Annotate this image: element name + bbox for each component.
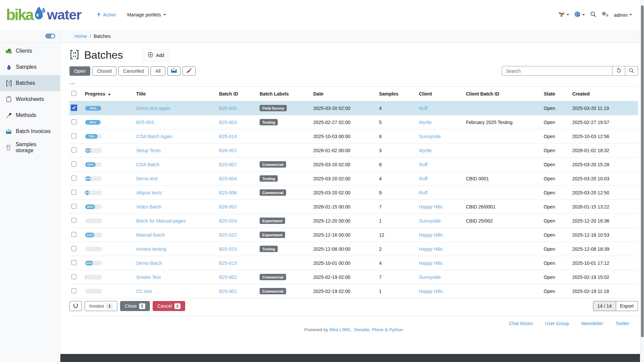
column-header-samples[interactable]: Samples [377,87,417,101]
print-invoices-button[interactable] [167,66,180,76]
client-link[interactable]: Ruff [419,190,427,195]
batch-id-link[interactable]: B25-001 [219,289,237,294]
row-checkbox[interactable] [71,105,76,110]
row-checkbox[interactable] [71,133,76,138]
filter-tab-closed[interactable]: Closed [92,66,116,76]
search-submit-button[interactable] [625,66,638,76]
batch-title-link[interactable]: Manual Batch [136,232,165,238]
bika-lims-link[interactable]: Bika LIMS [329,327,350,332]
close-button[interactable]: Close 1 [120,301,150,311]
row-checkbox[interactable] [71,190,76,195]
filter-tab-cancelled[interactable]: Cancelled [118,66,149,76]
row-checkbox[interactable] [71,246,76,251]
client-link[interactable]: Happy Hills [419,260,443,266]
client-link[interactable]: Sunnyside [419,275,441,280]
table-row[interactable]: Smoke Test B25-002 Commercial 2025-02-19… [69,270,638,284]
batch-title-link[interactable]: Demo test [136,176,158,181]
client-link[interactable]: Happy Hills [419,204,443,209]
client-link[interactable]: Myrtle [419,148,432,153]
client-link[interactable]: Ruff [419,106,427,111]
table-row[interactable]: 90% B25-003 B25-003 Testing 2025-02-27 0… [69,115,638,129]
table-row[interactable]: Batch for Manual pages B25-024 Experimen… [69,214,638,228]
table-row[interactable]: 45% Demo Batch B25-013 2025-10-01 00:00 … [69,256,638,270]
batch-title-link[interactable]: Invoice testing [136,246,166,252]
client-link[interactable]: Happy Hills [419,289,443,294]
column-header-created[interactable]: Created [570,87,638,101]
batch-title-link[interactable]: B25-003 [136,120,154,125]
breadcrumb-home-link[interactable]: Home [74,34,87,39]
table-row[interactable]: CC test B25-001 Commercial 2025-02-19 02… [69,284,638,298]
batch-id-link[interactable]: B25-022 [219,232,237,238]
batch-title-link[interactable]: Video Batch [136,204,161,209]
batch-id-link[interactable]: B25-013 [219,260,237,266]
row-checkbox[interactable] [71,260,76,265]
search-input[interactable] [502,66,612,76]
row-checkbox[interactable] [71,288,76,293]
sidebar-item-samples[interactable]: Samples [0,59,60,75]
batch-title-link[interactable]: Smoke Test [136,275,161,280]
sidebar-item-clients[interactable]: Clients [0,43,60,59]
filter-tab-open[interactable]: Open [69,66,90,76]
batch-id-link[interactable]: B25-004 [219,176,237,181]
row-checkbox[interactable] [71,274,76,279]
sidebar-item-methods[interactable]: Methods [0,107,60,123]
user-menu[interactable]: admin [614,12,632,18]
table-row[interactable]: 22% Aliquot tests B25-006 Commercial 202… [69,186,638,200]
batch-title-link[interactable]: COA Batch [136,162,159,167]
table-row[interactable]: 96% Demo test again B25-005 Field Survey… [69,101,638,115]
table-row[interactable]: 73% COA Batch Again B25-014 2025-10-03 0… [69,129,638,143]
row-checkbox[interactable] [71,147,76,153]
senaite-plone-python-link[interactable]: Senaite, Plone & Python [354,327,403,332]
client-link[interactable]: Happy Hills [419,246,443,252]
batch-title-link[interactable]: Setup Tests [136,148,161,153]
edit-labels-button[interactable] [182,66,196,76]
batch-id-link[interactable]: B25-006 [219,190,237,195]
client-link[interactable]: Ruff [419,162,427,167]
batch-id-link[interactable]: B25-014 [219,134,237,139]
sidebar-item-worksheets[interactable]: Worksheets [0,91,60,107]
app-logo[interactable]: bika water [6,6,81,24]
table-row[interactable]: Invoice testing B25-015 Testing 2025-12-… [69,242,638,256]
manage-portlets-menu[interactable]: Manage portlets [127,12,166,17]
client-link[interactable]: Sunnyside [419,218,441,224]
batch-title-link[interactable]: COA Batch Again [136,134,172,139]
table-row[interactable]: 62% COA Batch B25-007 Commercial 2025-03… [69,158,638,172]
sidebar-item-batches[interactable]: Batches [0,75,60,91]
batch-id-link[interactable]: B25-002 [219,275,237,280]
row-checkbox[interactable] [71,162,76,167]
table-row[interactable]: 34% Demo test B25-004 Testing 2025-03-20… [69,172,638,186]
batch-id-link[interactable]: B25-003 [219,120,237,125]
invoice-button[interactable]: Invoice 1 [85,301,117,311]
select-all-checkbox[interactable] [71,91,76,96]
language-menu[interactable] [574,11,585,18]
column-header-date[interactable]: Date [311,87,377,101]
add-batch-button[interactable]: Add [143,49,169,61]
row-checkbox[interactable] [71,218,76,223]
global-search-button[interactable] [590,11,596,18]
batch-title-link[interactable]: Batch for Manual pages [136,218,186,224]
row-checkbox[interactable] [71,204,76,209]
active-filter-link[interactable]: Active [97,12,116,18]
row-checkbox[interactable] [71,119,76,124]
batch-id-link[interactable]: B25-024 [219,218,237,224]
client-link[interactable]: Happy Hills [419,232,443,238]
table-row[interactable]: 58% Video Batch B26-002 2026-01-15 00:00… [69,200,638,214]
state-filter-button[interactable] [69,301,82,311]
scrollbar-thumb[interactable] [641,5,644,337]
row-checkbox[interactable] [71,176,76,181]
batch-id-link[interactable]: B26-001 [219,148,237,153]
batch-id-link[interactable]: B26-002 [219,204,237,209]
footer-link-twitter[interactable]: Twitter [615,321,629,326]
batch-title-link[interactable]: CC test [136,289,152,294]
filter-tab-all[interactable]: All [151,66,165,76]
sidebar-toggle[interactable] [45,34,55,39]
context-menu-dots[interactable]: ... [69,81,638,84]
batch-id-link[interactable]: B25-015 [219,246,237,252]
batch-title-link[interactable]: Demo Batch [136,260,162,266]
export-button[interactable]: Export [616,301,638,311]
table-row[interactable]: 33% Setup Tests B26-001 2026-01-02 00:00… [69,143,638,158]
row-checkbox[interactable] [71,232,76,237]
sidebar-item-samples-storage[interactable]: Samples storage [0,139,60,156]
scrollbar[interactable] [640,0,644,362]
cancel-button[interactable]: Cancel 1 [153,301,185,311]
